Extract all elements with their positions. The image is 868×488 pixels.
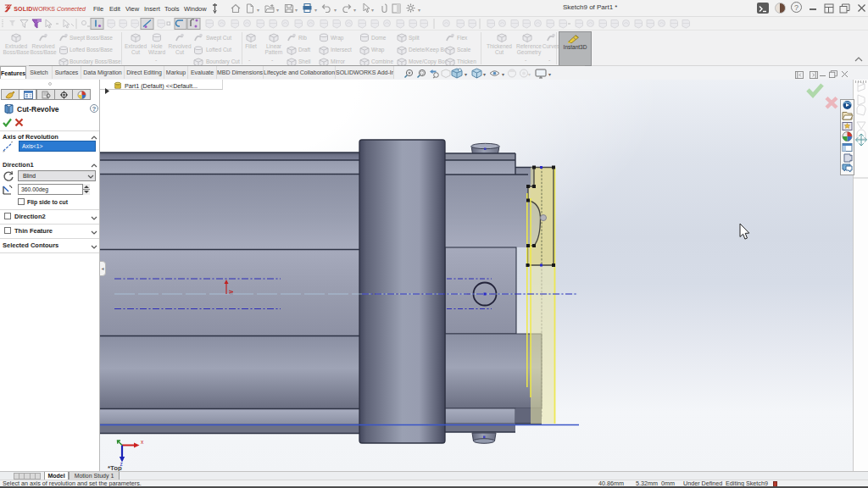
svg-text:*Top: *Top [108,464,122,471]
svg-text:x: x [141,439,144,445]
